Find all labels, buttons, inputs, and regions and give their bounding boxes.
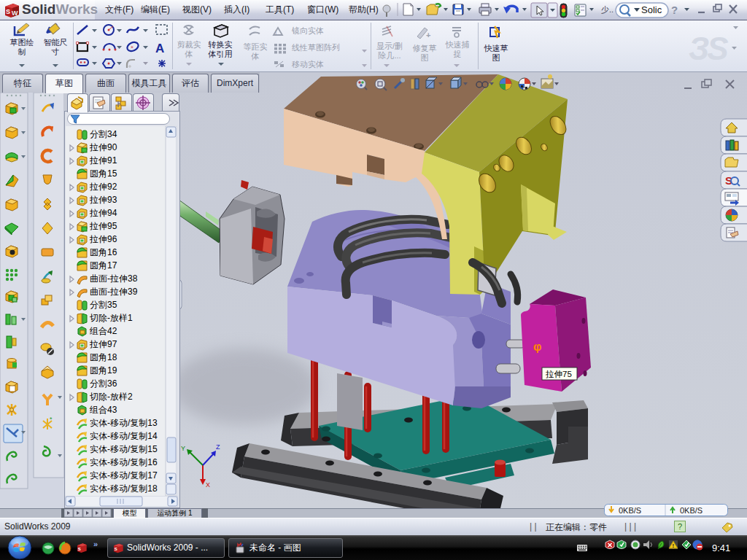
svg-text:Z: Z [216, 443, 220, 451]
svg-text:!: ! [673, 542, 675, 549]
svg-text:+: + [426, 31, 430, 39]
svg-text:S: S [115, 547, 117, 551]
svg-text:Y: Y [181, 445, 185, 452]
svg-text:0KB/S: 0KB/S [619, 506, 641, 515]
svg-text:φ: φ [533, 341, 541, 353]
svg-text:*: * [50, 416, 53, 423]
svg-text:拉伸75: 拉伸75 [545, 370, 572, 378]
svg-text:S: S [78, 547, 81, 551]
svg-text:»: » [93, 540, 98, 548]
svg-text:0KB/S: 0KB/S [680, 506, 703, 515]
svg-text:!: ! [275, 28, 277, 36]
svg-text:X: X [206, 481, 210, 489]
svg-text:9:41: 9:41 [712, 542, 730, 553]
